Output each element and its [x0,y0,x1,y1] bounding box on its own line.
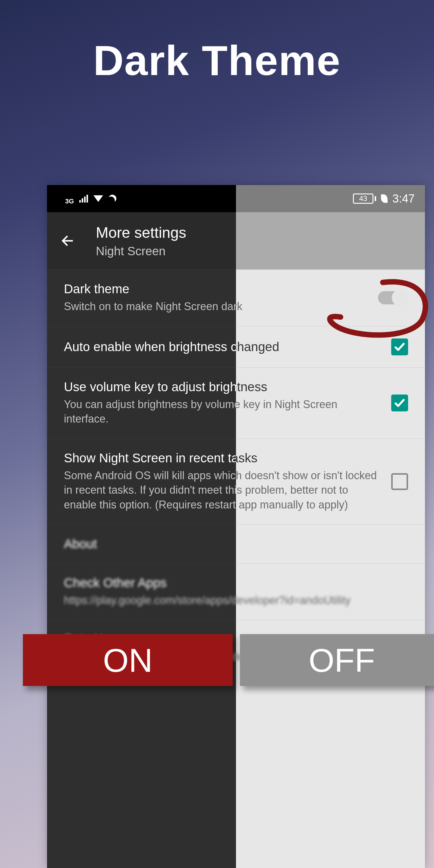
row-title: About [236,537,408,551]
settings-row[interactable]: About [47,524,236,563]
row-subtitle: Switch on to make Night Screen dark [236,299,366,314]
row-title: Auto enable when brightness changed [64,340,236,354]
on-banner: ON [23,634,233,686]
back-button[interactable] [59,231,78,250]
row-subtitle: You can adjust brightness by volume key … [64,397,236,427]
row-title: Use volume key to adjust brightness [64,380,236,394]
row-subtitle: https://play.google.com/store/apps/devel… [236,593,408,608]
app-bar: More settings Night Screen [236,212,425,270]
network-label: 3G [65,197,74,205]
signal-icon [79,195,88,203]
checkbox[interactable] [391,473,408,490]
row-subtitle: Some Android OS will kill apps which doe… [236,468,379,513]
settings-row[interactable]: Auto enable when brightness changed [47,326,236,367]
settings-row[interactable]: Check Other Apps https://play.google.com… [47,563,236,620]
row-title: Use volume key to adjust brightness [236,380,379,394]
page-title: Dark Theme [0,36,434,85]
appbar-title: More settings [96,224,186,241]
settings-row[interactable]: Show Night Screen in recent tasks Some A… [236,438,425,524]
row-title: Check Other Apps [64,576,236,590]
row-title: Show Night Screen in recent tasks [64,451,236,465]
dark-theme-toggle[interactable] [378,291,408,304]
wifi-icon [93,195,103,202]
dark-half: 3G 43 3:47 More settings Night Screen Da… [47,185,236,868]
moon-icon [107,193,118,204]
settings-row[interactable]: Show Night Screen in recent tasks Some A… [47,438,236,524]
phone-mock: 3G 43 3:47 More settings Night Screen Da… [47,185,425,868]
row-title: Auto enable when brightness changed [236,340,379,354]
app-bar: More settings Night Screen [47,212,236,270]
row-title: Show Night Screen in recent tasks [236,451,379,465]
settings-row[interactable]: Check Other Apps https://play.google.com… [236,563,425,620]
row-subtitle: Switch on to make Night Screen dark [64,299,236,314]
row-subtitle: Some Android OS will kill apps which doe… [64,468,236,513]
settings-row[interactable]: Dark theme Switch on to make Night Scree… [236,270,425,326]
settings-row[interactable]: Use volume key to adjust brightness You … [236,367,425,438]
row-subtitle: https://play.google.com/store/apps/devel… [64,593,236,608]
checkbox[interactable] [391,338,408,355]
leaf-icon [381,194,388,203]
settings-row[interactable]: Auto enable when brightness changed [236,326,425,367]
row-title: Dark theme [236,282,366,296]
light-half: 3G 43 3:47 More settings Night Screen Da… [236,185,425,868]
battery-icon: 43 [353,193,376,204]
checkbox[interactable] [391,395,408,411]
off-banner: OFF [240,634,434,686]
row-subtitle: You can adjust brightness by volume key … [236,397,379,427]
status-bar: 3G 43 3:47 [236,185,425,212]
appbar-subtitle: Night Screen [96,244,186,258]
clock: 3:47 [393,192,415,205]
status-bar: 3G 43 3:47 [47,185,236,212]
row-title: About [64,537,236,551]
settings-row[interactable]: About [236,524,425,563]
settings-row[interactable]: Dark theme Switch on to make Night Scree… [47,270,236,326]
row-title: Dark theme [64,282,236,296]
settings-row[interactable]: Use volume key to adjust brightness You … [47,367,236,438]
row-title: Check Other Apps [236,576,408,590]
